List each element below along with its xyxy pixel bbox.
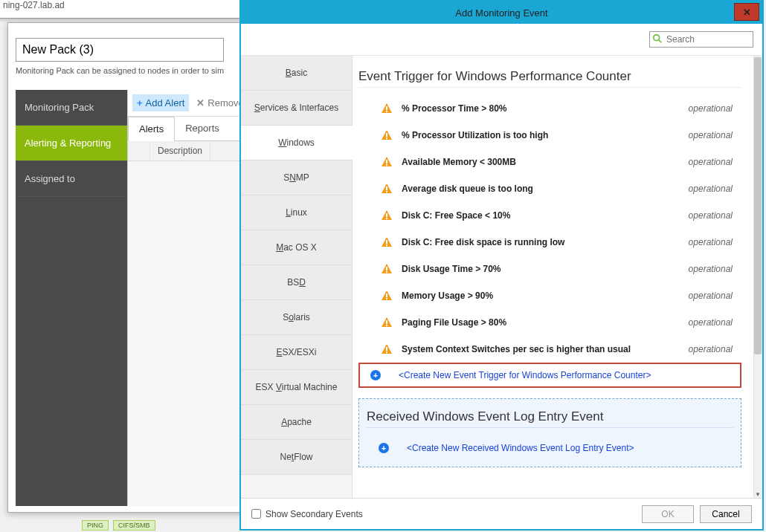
section-title-event-log: Received Windows Event Log Entry Event [367, 409, 733, 428]
warning-icon [381, 236, 393, 248]
create-link-label: <Create New Event Trigger for Windows Pe… [399, 370, 651, 380]
svg-point-0 [654, 35, 660, 41]
event-type: operational [689, 157, 733, 167]
create-link-label: <Create New Received Windows Event Log E… [407, 443, 634, 453]
dialog-title: Add Monitoring Event [455, 7, 547, 19]
category-esx-vm[interactable]: ESX Virtual Machine [241, 370, 352, 405]
svg-rect-16 [386, 218, 387, 219]
cancel-button[interactable]: Cancel [700, 505, 752, 523]
svg-rect-31 [386, 351, 387, 353]
close-icon: ✕ [743, 7, 751, 18]
status-bar: PING CIFS/SMB [82, 520, 155, 531]
svg-rect-7 [386, 137, 387, 139]
svg-rect-22 [386, 271, 387, 273]
event-type: operational [689, 210, 733, 221]
event-row[interactable]: Available Memory < 300MBoperational [358, 149, 741, 175]
event-label: Disk Usage Time > 70% [402, 264, 689, 274]
event-label: Available Memory < 300MB [402, 157, 689, 167]
event-row[interactable]: % Processor Time > 80%operational [358, 95, 741, 122]
close-button[interactable]: ✕ [734, 3, 759, 21]
event-type: operational [689, 264, 733, 274]
event-row[interactable]: Memory Usage > 90%operational [358, 282, 741, 309]
event-label: Disk C: Free Space < 10% [402, 210, 689, 221]
svg-rect-13 [386, 191, 387, 192]
warning-icon [381, 183, 393, 195]
ok-button[interactable]: OK [642, 505, 694, 523]
category-basic[interactable]: Basic [241, 56, 352, 91]
event-label: % Processor Utilization is too high [402, 130, 689, 140]
category-services-interfaces[interactable]: Services & Interfaces [241, 91, 352, 126]
sidebar-item-assigned-to[interactable]: Assigned to [16, 161, 127, 197]
plus-icon: + [137, 97, 143, 108]
status-pill: CIFS/SMB [113, 520, 155, 531]
event-type: operational [689, 103, 733, 114]
event-row[interactable]: Average disk queue is too longoperationa… [358, 175, 741, 202]
add-alert-button[interactable]: + Add Alert [132, 94, 189, 111]
sidebar-item-alerting-reporting[interactable]: Alerting & Reporting [16, 126, 127, 161]
plus-circle-icon: + [379, 443, 389, 453]
search-icon [652, 33, 663, 44]
background-tab: ning-027.lab.ad [0, 0, 249, 19]
tab-reports[interactable]: Reports [175, 117, 230, 140]
scrollbar[interactable]: ▲ ▼ [753, 56, 762, 498]
event-row[interactable]: Disk C: Free Space < 10%operational [358, 202, 741, 229]
svg-rect-6 [386, 133, 387, 137]
create-event-log-entry[interactable]: + <Create New Received Windows Event Log… [367, 435, 733, 461]
sidebar-item-monitoring-pack[interactable]: Monitoring Pack [16, 90, 127, 126]
event-type: operational [689, 344, 733, 354]
show-secondary-checkbox[interactable] [251, 509, 261, 519]
grid-col-description[interactable]: Description [150, 141, 210, 160]
svg-rect-24 [386, 293, 387, 297]
dialog-titlebar: Add Monitoring Event ✕ [241, 1, 762, 24]
section-title-perf-counter: Event Trigger for Windows Performance Co… [358, 69, 741, 88]
search-input[interactable] [649, 31, 753, 48]
svg-rect-3 [386, 106, 387, 110]
warning-icon [381, 129, 393, 141]
category-bsd[interactable]: BSD [241, 265, 352, 300]
svg-rect-15 [386, 213, 387, 217]
event-label: Disk C: Free disk space is running low [402, 237, 689, 247]
svg-rect-19 [386, 244, 387, 246]
event-row[interactable]: % Processor Utilization is too highopera… [358, 122, 741, 149]
scrollbar-thumb[interactable] [754, 57, 762, 354]
warning-icon [381, 317, 393, 328]
event-type: operational [689, 130, 733, 140]
category-esx[interactable]: ESX/ESXi [241, 335, 352, 370]
create-perf-counter-trigger[interactable]: + <Create New Event Trigger for Windows … [358, 363, 741, 388]
svg-rect-28 [386, 325, 387, 326]
warning-icon [381, 103, 393, 114]
svg-rect-21 [386, 267, 387, 270]
event-row[interactable]: Disk C: Free disk space is running lowop… [358, 229, 741, 256]
warning-icon [381, 343, 393, 355]
pack-name-input[interactable] [16, 38, 224, 62]
category-macosx[interactable]: Mac OS X [241, 230, 352, 265]
event-row[interactable]: Paging File Usage > 80%operational [358, 309, 741, 336]
category-linux[interactable]: Linux [241, 195, 352, 230]
event-label: Average disk queue is too long [402, 184, 689, 194]
event-type: operational [689, 317, 733, 328]
category-solaris[interactable]: Solaris [241, 300, 352, 335]
svg-rect-4 [386, 111, 387, 112]
event-label: Paging File Usage > 80% [402, 317, 689, 328]
left-sidebar: Monitoring Pack Alerting & Reporting Ass… [16, 90, 127, 506]
category-list: Basic Services & Interfaces Windows SNMP… [241, 56, 353, 498]
event-type: operational [689, 237, 733, 247]
event-type: operational [689, 291, 733, 301]
svg-rect-12 [386, 186, 387, 190]
warning-icon [381, 156, 393, 168]
event-label: Memory Usage > 90% [402, 291, 689, 301]
svg-rect-27 [386, 320, 387, 324]
plus-circle-icon: + [370, 370, 381, 380]
category-apache[interactable]: Apache [241, 405, 352, 440]
dialog-footer: Show Secondary Events OK Cancel [241, 498, 762, 529]
category-netflow[interactable]: NetFlow [241, 440, 352, 475]
x-icon: ✕ [196, 97, 205, 108]
status-pill: PING [82, 520, 109, 531]
scroll-down-icon: ▼ [755, 491, 761, 498]
category-windows[interactable]: Windows [241, 126, 353, 160]
event-row[interactable]: Disk Usage Time > 70%operational [358, 256, 741, 282]
event-row[interactable]: System Context Switches per sec is highe… [358, 336, 741, 363]
category-snmp[interactable]: SNMP [241, 160, 352, 195]
show-secondary-label: Show Secondary Events [265, 509, 636, 519]
tab-alerts[interactable]: Alerts [128, 117, 175, 141]
